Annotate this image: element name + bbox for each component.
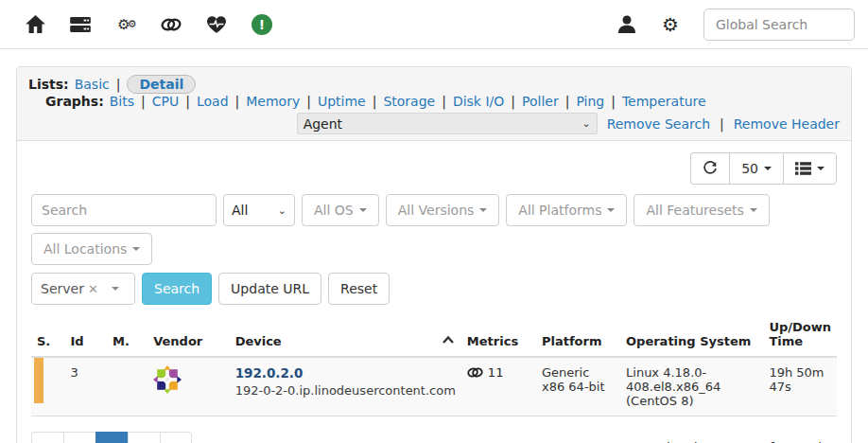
refresh-button[interactable] [690,152,729,185]
search-button[interactable]: Search [142,273,212,305]
filter-row-1: All ⌄ All OS All Versions All Platforms … [31,194,837,265]
device-group-select[interactable]: Server ✕ [31,273,135,305]
col-header-metrics[interactable]: Metrics [461,312,536,357]
agent-select[interactable]: Agent ⌄ [297,113,598,134]
pagination: « < 1 > » [31,432,192,443]
port-link-icon[interactable] [467,366,483,379]
pagination-page-1-button[interactable]: 1 [95,432,128,443]
alerts-icon[interactable]: ! [252,14,272,35]
chevron-down-icon: ⌄ [582,117,590,130]
lists-label: Lists: [28,77,69,92]
services-cogs-icon[interactable]: ⚙⚙ [115,14,136,35]
col-header-device[interactable]: Device [230,312,461,357]
update-url-button[interactable]: Update URL [218,273,321,305]
caret-down-icon [750,208,757,212]
all-platforms-dropdown[interactable]: All Platforms [506,194,627,226]
col-header-os[interactable]: Operating System [620,312,763,357]
device-type-value: All [232,203,248,218]
separator: | [442,94,446,109]
all-versions-dropdown[interactable]: All Versions [386,194,500,226]
graph-link-diskio[interactable]: Disk I/O [453,94,504,109]
graph-link-uptime[interactable]: Uptime [318,94,366,109]
devices-servers-icon[interactable] [70,14,91,35]
all-versions-label: All Versions [398,203,475,218]
user-icon[interactable] [616,14,637,35]
lists-graphs-row: Lists: Basic | Detail Graphs: Bits| CPU|… [28,75,840,109]
device-table-row: 3 [31,357,837,416]
navbar-right: ⚙ [616,9,855,41]
global-search-input[interactable] [703,9,855,41]
toolbar-button-group: 50 [690,152,837,185]
graph-link-cpu[interactable]: CPU [152,94,179,109]
panel-heading: Lists: Basic | Detail Graphs: Bits| CPU|… [17,67,851,141]
agent-select-value: Agent [304,116,342,132]
separator: | [185,94,190,109]
table-footer: « < 1 > » Showing 1 to 1 of 1 entries [31,432,837,443]
all-os-label: All OS [314,203,354,218]
device-type-select[interactable]: All ⌄ [223,194,295,226]
pagination-first-button[interactable]: « [31,432,63,443]
all-featuresets-dropdown[interactable]: All Featuresets [634,194,769,226]
pagination-prev-button[interactable]: < [63,432,95,443]
all-os-dropdown[interactable]: All OS [302,194,379,226]
list-link-detail-active[interactable]: Detail [127,75,196,94]
device-search-input[interactable] [31,194,217,226]
all-featuresets-label: All Featuresets [646,203,743,218]
separator: | [720,116,724,132]
caret-down-icon [359,208,367,212]
separator: | [306,94,311,109]
page-size-dropdown[interactable]: 50 [729,152,783,185]
all-locations-dropdown[interactable]: All Locations [31,233,152,265]
pagination-next-button[interactable]: > [128,432,160,443]
os-cell: Linux 4.18.0-408.el8.x86_64 (CentOS 8) [620,357,763,416]
panel-body: 50 All ⌄ All OS All Versions All Platfor… [17,141,851,443]
graph-link-storage[interactable]: Storage [383,94,435,109]
col-header-maintenance[interactable]: M. [107,312,148,357]
separator: | [141,94,146,109]
metrics-count[interactable]: 11 [488,365,504,380]
all-platforms-label: All Platforms [518,203,601,218]
graph-link-poller[interactable]: Poller [522,94,559,109]
column-layout-dropdown[interactable] [783,152,837,185]
graph-link-temperature[interactable]: Temperature [622,94,706,109]
graph-link-memory[interactable]: Memory [246,94,300,109]
device-list-panel: Lists: Basic | Detail Graphs: Bits| CPU|… [16,66,852,443]
col-header-id[interactable]: Id [64,312,107,357]
metrics-cell: 11 [461,357,536,416]
remove-header-link[interactable]: Remove Header [734,116,840,132]
device-table: S. Id M. Vendor Device Metrics Platform … [31,312,837,416]
sort-asc-icon [443,332,454,346]
list-view-icon [795,162,811,175]
group-tag-label: Server [41,281,84,296]
filter-row-2: Server ✕ Search Update URL Reset [31,273,837,305]
pagination-last-button[interactable]: » [160,432,192,443]
table-header-row: S. Id M. Vendor Device Metrics Platform … [31,312,837,357]
caret-down-icon [817,167,825,170]
reset-button[interactable]: Reset [328,273,390,305]
col-header-platform[interactable]: Platform [536,312,620,357]
caret-down-icon [607,208,615,212]
all-locations-label: All Locations [43,241,127,257]
ports-link-icon[interactable] [161,14,182,35]
centos-logo-icon[interactable] [153,365,182,394]
graph-link-load[interactable]: Load [197,94,229,109]
col-header-vendor[interactable]: Vendor [148,312,229,357]
remove-tag-icon[interactable]: ✕ [88,282,98,296]
health-heartbeat-icon[interactable] [206,14,227,35]
settings-gear-icon[interactable]: ⚙ [660,14,681,35]
agent-row: Agent ⌄ Remove Search | Remove Header [28,113,840,134]
device-name-link[interactable]: 192.0.2.0 [235,365,304,381]
graph-link-ping[interactable]: Ping [576,94,604,109]
col-header-uptime[interactable]: Up/Down Time [763,312,837,357]
list-link-basic[interactable]: Basic [75,77,110,92]
remove-search-link[interactable]: Remove Search [607,116,710,132]
home-icon[interactable] [25,14,45,35]
graphs-links: Graphs: Bits| CPU| Load| Memory| Uptime|… [45,94,706,109]
navbar-menu-icons: ⚙⚙ ! [13,14,272,35]
table-toolbar: 50 [31,152,837,185]
graph-link-bits[interactable]: Bits [110,94,134,109]
page-size-value: 50 [741,161,758,176]
vendor-cell [148,357,229,416]
separator: | [565,94,570,109]
col-header-status[interactable]: S. [31,312,64,357]
